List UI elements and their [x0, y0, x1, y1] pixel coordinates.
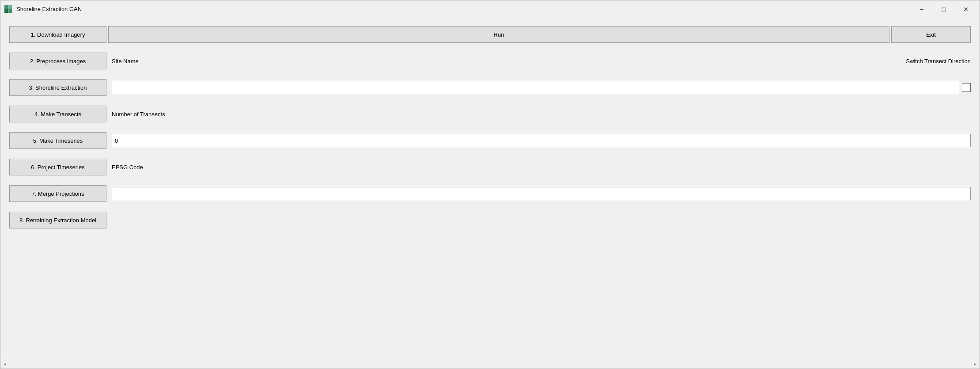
row-transects: 4. Make Transects Number of Transects [9, 105, 971, 123]
row-run-exit: 1. Download Imagery Run Exit [9, 25, 971, 44]
shoreline-checkbox[interactable] [962, 83, 971, 92]
row-retraining: 8. Retraining Extraction Model [9, 211, 971, 229]
project-timeseries-button[interactable]: 6. Project Timeseries [9, 159, 106, 175]
exit-button[interactable]: Exit [891, 26, 971, 43]
run-button[interactable]: Run [108, 26, 889, 43]
window-title: Shoreline Extraction GAN [16, 6, 82, 12]
content-area: 1. Download Imagery Run Exit 2. Preproce… [0, 18, 980, 359]
shoreline-input-group [112, 81, 971, 94]
preprocess-images-button[interactable]: 2. Preprocess Images [9, 53, 106, 69]
retraining-extraction-button[interactable]: 8. Retraining Extraction Model [9, 212, 106, 228]
title-bar: Shoreline Extraction GAN − □ ✕ [0, 0, 980, 18]
make-transects-button[interactable]: 4. Make Transects [9, 106, 106, 122]
svg-rect-1 [8, 5, 12, 9]
shoreline-extraction-button[interactable]: 3. Shoreline Extraction [9, 79, 106, 96]
svg-rect-2 [4, 9, 8, 13]
spinbox-wrapper [112, 134, 971, 147]
switch-transect-label: Switch Transect Direction [906, 58, 971, 65]
maximize-button[interactable]: □ [934, 2, 954, 16]
number-of-transects-label: Number of Transects [112, 111, 165, 118]
merge-projections-button[interactable]: 7. Merge Projections [9, 185, 106, 202]
svg-rect-0 [4, 5, 8, 9]
site-name-label: Site Name [112, 58, 139, 65]
close-button[interactable]: ✕ [956, 2, 976, 16]
app-icon [4, 5, 13, 14]
row-shoreline: 3. Shoreline Extraction [9, 78, 971, 97]
row-project-timeseries: 6. Project Timeseries EPSG Code [9, 158, 971, 176]
bottom-bar: ◂ ▸ [0, 359, 980, 369]
download-imagery-button[interactable]: 1. Download Imagery [9, 26, 106, 43]
minimize-button[interactable]: − [912, 2, 932, 16]
title-bar-left: Shoreline Extraction GAN [4, 5, 82, 14]
timeseries-spinbox[interactable] [112, 134, 971, 147]
main-window: Shoreline Extraction GAN − □ ✕ 1. Downlo… [0, 0, 980, 369]
make-timeseries-button[interactable]: 5. Make Timeseries [9, 132, 106, 149]
row-timeseries: 5. Make Timeseries [9, 131, 971, 150]
svg-rect-3 [8, 9, 12, 13]
row-preprocess: 2. Preprocess Images Site Name Switch Tr… [9, 52, 971, 70]
scroll-left-arrow[interactable]: ◂ [4, 361, 6, 366]
merge-text-input[interactable] [112, 187, 971, 200]
title-bar-controls: − □ ✕ [912, 2, 976, 16]
shoreline-text-input[interactable] [112, 81, 959, 94]
row-merge-projections: 7. Merge Projections [9, 184, 971, 203]
scroll-right-arrow[interactable]: ▸ [974, 361, 976, 366]
epsg-code-label: EPSG Code [112, 164, 143, 171]
